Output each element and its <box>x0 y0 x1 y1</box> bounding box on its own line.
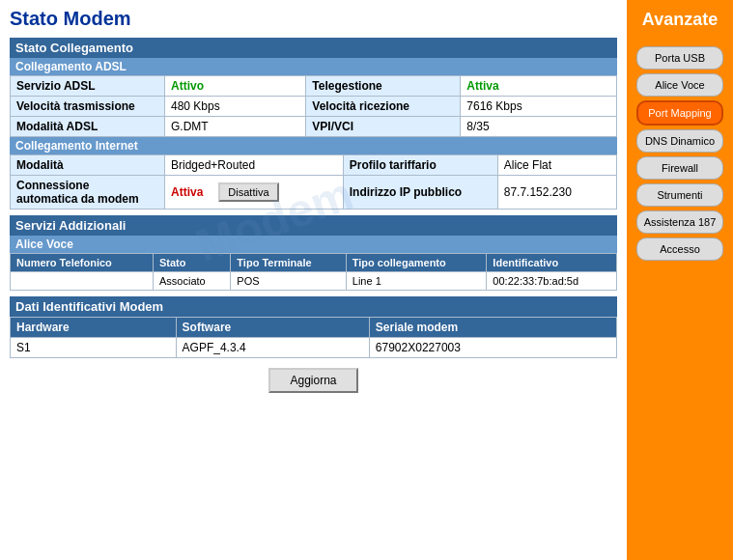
tipo-term-cell: POS <box>231 272 346 291</box>
dati-header: Dati Identificativi Modem <box>10 296 617 317</box>
modalita-adsl-value: G.DMT <box>165 117 306 137</box>
modalita-value: Bridged+Routed <box>165 155 344 176</box>
velocita-tx-value: 480 Kbps <box>165 97 306 117</box>
telegestione-label: Telegestione <box>306 76 461 97</box>
sidebar: Avanzate Porta USB Alice Voce Port Mappi… <box>627 0 733 560</box>
servizi-header: Servizi Addizionali <box>10 215 617 236</box>
modalita-label: Modalità <box>11 155 165 176</box>
stato-cell: Associato <box>154 272 231 291</box>
main-content: Stato Modem Stato Collegamento Collegame… <box>0 0 627 560</box>
modalita-adsl-label: Modalità ADSL <box>11 117 165 137</box>
col-seriale: Seriale modem <box>369 318 616 338</box>
sidebar-btn-accesso[interactable]: Accesso <box>636 238 723 261</box>
aggiorna-button[interactable]: Aggiorna <box>268 368 357 393</box>
stato-collegamento-section: Stato Collegamento Collegamento ADSL Ser… <box>10 38 617 210</box>
identificativo-cell: 00:22:33:7b:ad:5d <box>487 272 617 291</box>
hardware-cell: S1 <box>11 338 177 358</box>
col-hardware: Hardware <box>11 318 177 338</box>
velocita-tx-label: Velocità trasmissione <box>11 97 165 117</box>
col-tipo-term: Tipo Terminale <box>231 254 346 272</box>
sidebar-btn-porta-usb[interactable]: Porta USB <box>636 46 723 70</box>
velocita-rx-label: Velocità ricezione <box>306 97 461 117</box>
col-stato: Stato <box>154 254 231 272</box>
page-title: Stato Modem <box>10 8 617 30</box>
telegestione-value: Attiva <box>461 76 617 97</box>
id-table: Hardware Software Seriale modem S1 AGPF_… <box>10 317 617 358</box>
stato-collegamento-header: Stato Collegamento <box>10 38 617 58</box>
table-row: Servizio ADSL Attivo Telegestione Attiva <box>11 76 617 97</box>
sidebar-title: Avanzate <box>642 5 718 35</box>
servizio-adsl-value: Attivo <box>165 76 306 97</box>
profilo-label: Profilo tariffario <box>343 155 497 176</box>
servizio-adsl-label: Servizio ADSL <box>11 76 165 97</box>
internet-table: Modalità Bridged+Routed Profilo tariffar… <box>10 154 617 210</box>
ip-pubblico-label: Indirizzo IP pubblico <box>343 176 497 210</box>
sidebar-btn-dns-dinamico[interactable]: DNS Dinamico <box>636 129 723 153</box>
table-row: Modalità ADSL G.DMT VPI/VCI 8/35 <box>11 117 617 137</box>
alice-voce-header: Alice Voce <box>10 236 617 253</box>
sidebar-btn-strumenti[interactable]: Strumenti <box>636 183 723 207</box>
table-header-row: Hardware Software Seriale modem <box>11 318 617 338</box>
software-cell: AGPF_4.3.4 <box>176 338 369 358</box>
ip-pubblico-value: 87.7.152.230 <box>497 176 616 210</box>
connessione-value: Attiva Disattiva <box>165 176 344 210</box>
sidebar-btn-alice-voce[interactable]: Alice Voce <box>636 73 723 97</box>
table-row: Associato POS Line 1 00:22:33:7b:ad:5d <box>11 272 617 291</box>
table-header-row: Numero Telefonico Stato Tipo Terminale T… <box>11 254 617 272</box>
sidebar-btn-port-mapping[interactable]: Port Mapping <box>636 100 723 126</box>
table-row: Velocità trasmissione 480 Kbps Velocità … <box>11 97 617 117</box>
vpivci-label: VPI/VCI <box>306 117 461 137</box>
seriale-cell: 67902X0227003 <box>369 338 616 358</box>
col-software: Software <box>176 318 369 338</box>
servizi-addizionali-section: Servizi Addizionali Alice Voce Numero Te… <box>10 215 617 291</box>
disattiva-button[interactable]: Disattiva <box>218 182 278 202</box>
connessione-status: Attiva <box>171 185 203 199</box>
num-tel-cell <box>11 272 154 291</box>
connessione-label: Connessioneautomatica da modem <box>11 176 165 210</box>
internet-header: Collegamento Internet <box>10 137 617 154</box>
col-identificativo: Identificativo <box>487 254 617 272</box>
table-row: S1 AGPF_4.3.4 67902X0227003 <box>11 338 617 358</box>
table-row: Connessioneautomatica da modem Attiva Di… <box>11 176 617 210</box>
adsl-table: Servizio ADSL Attivo Telegestione Attiva… <box>10 75 617 137</box>
vpivci-value: 8/35 <box>461 117 617 137</box>
col-tipo-coll: Tipo collegamento <box>346 254 487 272</box>
voce-table: Numero Telefonico Stato Tipo Terminale T… <box>10 253 617 291</box>
adsl-header: Collegamento ADSL <box>10 58 617 75</box>
col-num-tel: Numero Telefonico <box>11 254 154 272</box>
profilo-value: Alice Flat <box>497 155 616 176</box>
velocita-rx-value: 7616 Kbps <box>461 97 617 117</box>
sidebar-btn-firewall[interactable]: Firewall <box>636 156 723 180</box>
table-row: Modalità Bridged+Routed Profilo tariffar… <box>11 155 617 176</box>
dati-identificativi-section: Dati Identificativi Modem Hardware Softw… <box>10 296 617 358</box>
sidebar-btn-assistenza[interactable]: Assistenza 187 <box>636 210 723 234</box>
tipo-coll-cell: Line 1 <box>346 272 487 291</box>
